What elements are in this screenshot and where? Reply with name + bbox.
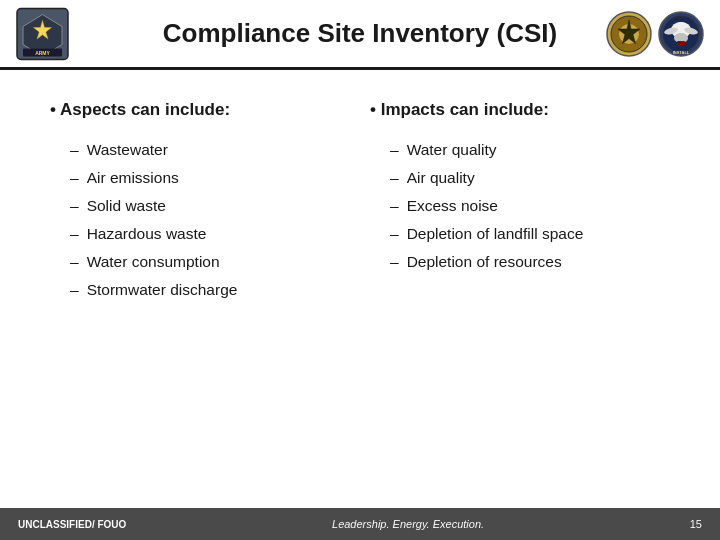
impacts-column: • Impacts can include: – Water quality –…: [370, 100, 670, 488]
content-area: • Aspects can include: – Wastewater – Ai…: [0, 70, 720, 508]
page-number: 15: [690, 518, 702, 530]
svg-text:INSTALL: INSTALL: [673, 50, 690, 55]
list-item: – Air emissions: [70, 164, 350, 192]
aspects-heading: • Aspects can include:: [50, 100, 350, 120]
list-item: – Depletion of resources: [390, 248, 670, 276]
list-item: – Air quality: [390, 164, 670, 192]
footer: UNCLASSIFIED/ FOUO Leadership. Energy. E…: [0, 508, 720, 540]
classification-label: UNCLASSIFIED/ FOUO: [18, 519, 126, 530]
slide: ARMY Compliance Site Inventory (CSI): [0, 0, 720, 540]
page-title: Compliance Site Inventory (CSI): [163, 18, 557, 49]
list-item: – Wastewater: [70, 136, 350, 164]
list-item: – Depletion of landfill space: [390, 220, 670, 248]
aspects-column: • Aspects can include: – Wastewater – Ai…: [50, 100, 350, 488]
list-item: – Stormwater discharge: [70, 276, 350, 304]
list-item: – Excess noise: [390, 192, 670, 220]
right-logo-2: INSTALL: [657, 10, 705, 58]
header: ARMY Compliance Site Inventory (CSI): [0, 0, 720, 70]
list-item: – Water quality: [390, 136, 670, 164]
list-item: – Solid waste: [70, 192, 350, 220]
footer-tagline: Leadership. Energy. Execution.: [332, 518, 484, 530]
impacts-list: – Water quality – Air quality – Excess n…: [370, 136, 670, 276]
svg-point-13: [677, 22, 685, 30]
logos-right: INSTALL: [605, 10, 705, 58]
list-item: – Water consumption: [70, 248, 350, 276]
aspects-list: – Wastewater – Air emissions – Solid was…: [50, 136, 350, 304]
list-item: – Hazardous waste: [70, 220, 350, 248]
svg-text:ARMY: ARMY: [35, 50, 50, 56]
impacts-heading: • Impacts can include:: [370, 100, 670, 120]
svg-rect-16: [677, 41, 685, 46]
army-logo-left: ARMY: [15, 6, 70, 61]
right-logo-1: [605, 10, 653, 58]
